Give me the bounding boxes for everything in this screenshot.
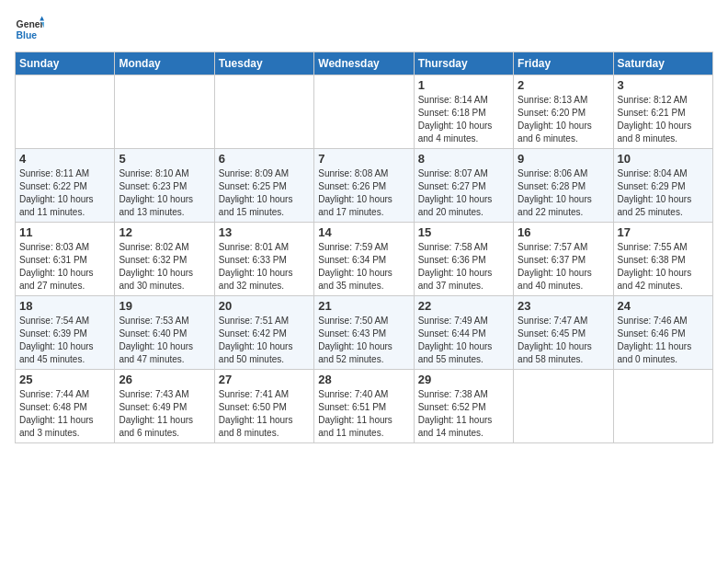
day-of-week-header: Sunday bbox=[16, 52, 115, 75]
day-info: Sunrise: 7:55 AM Sunset: 6:38 PM Dayligh… bbox=[618, 241, 709, 293]
calendar-day-cell: 29Sunrise: 7:38 AM Sunset: 6:52 PM Dayli… bbox=[414, 370, 513, 443]
day-info: Sunrise: 7:57 AM Sunset: 6:37 PM Dayligh… bbox=[518, 241, 609, 293]
day-number: 28 bbox=[318, 373, 409, 386]
day-number: 10 bbox=[618, 152, 709, 166]
svg-text:Blue: Blue bbox=[17, 30, 38, 40]
day-info: Sunrise: 7:51 AM Sunset: 6:42 PM Dayligh… bbox=[219, 315, 310, 366]
calendar-week-row: 11Sunrise: 8:03 AM Sunset: 6:31 PM Dayli… bbox=[16, 223, 713, 296]
day-number: 4 bbox=[19, 152, 110, 166]
day-info: Sunrise: 7:58 AM Sunset: 6:36 PM Dayligh… bbox=[418, 241, 509, 293]
calendar-day-cell: 7Sunrise: 8:08 AM Sunset: 6:26 PM Daylig… bbox=[314, 149, 414, 223]
calendar-day-cell: 8Sunrise: 8:07 AM Sunset: 6:27 PM Daylig… bbox=[414, 149, 513, 223]
day-info: Sunrise: 7:38 AM Sunset: 6:52 PM Dayligh… bbox=[418, 388, 509, 440]
day-number: 24 bbox=[618, 299, 709, 313]
calendar-day-cell: 3Sunrise: 8:12 AM Sunset: 6:21 PM Daylig… bbox=[613, 75, 712, 149]
page-header: General Blue bbox=[15, 15, 713, 44]
day-info: Sunrise: 7:49 AM Sunset: 6:44 PM Dayligh… bbox=[418, 315, 509, 366]
day-of-week-header: Friday bbox=[514, 52, 613, 75]
day-info: Sunrise: 8:14 AM Sunset: 6:18 PM Dayligh… bbox=[418, 94, 509, 145]
day-info: Sunrise: 8:09 AM Sunset: 6:25 PM Dayligh… bbox=[219, 167, 310, 219]
calendar-header-row: SundayMondayTuesdayWednesdayThursdayFrid… bbox=[16, 52, 713, 75]
day-info: Sunrise: 8:07 AM Sunset: 6:27 PM Dayligh… bbox=[418, 167, 509, 219]
day-info: Sunrise: 8:02 AM Sunset: 6:32 PM Dayligh… bbox=[119, 241, 210, 293]
day-number: 5 bbox=[119, 152, 210, 166]
calendar-day-cell bbox=[16, 75, 115, 149]
calendar-week-row: 1Sunrise: 8:14 AM Sunset: 6:18 PM Daylig… bbox=[16, 75, 713, 149]
calendar-day-cell: 18Sunrise: 7:54 AM Sunset: 6:39 PM Dayli… bbox=[16, 296, 115, 370]
calendar-day-cell: 10Sunrise: 8:04 AM Sunset: 6:29 PM Dayli… bbox=[613, 149, 712, 223]
day-number: 25 bbox=[19, 373, 110, 386]
day-number: 8 bbox=[418, 152, 509, 166]
calendar-week-row: 4Sunrise: 8:11 AM Sunset: 6:22 PM Daylig… bbox=[16, 149, 713, 223]
calendar-day-cell bbox=[613, 370, 712, 443]
day-info: Sunrise: 7:46 AM Sunset: 6:46 PM Dayligh… bbox=[618, 315, 709, 366]
calendar-day-cell: 20Sunrise: 7:51 AM Sunset: 6:42 PM Dayli… bbox=[214, 296, 313, 370]
day-info: Sunrise: 8:08 AM Sunset: 6:26 PM Dayligh… bbox=[318, 167, 409, 219]
calendar-day-cell: 23Sunrise: 7:47 AM Sunset: 6:45 PM Dayli… bbox=[514, 296, 613, 370]
day-info: Sunrise: 7:44 AM Sunset: 6:48 PM Dayligh… bbox=[19, 388, 110, 440]
day-info: Sunrise: 8:12 AM Sunset: 6:21 PM Dayligh… bbox=[618, 94, 709, 145]
day-number: 13 bbox=[219, 225, 310, 239]
day-number: 11 bbox=[19, 225, 110, 239]
day-number: 9 bbox=[518, 152, 609, 166]
day-number: 12 bbox=[119, 225, 210, 239]
day-of-week-header: Monday bbox=[115, 52, 214, 75]
calendar-day-cell: 12Sunrise: 8:02 AM Sunset: 6:32 PM Dayli… bbox=[115, 223, 214, 296]
calendar-day-cell: 16Sunrise: 7:57 AM Sunset: 6:37 PM Dayli… bbox=[514, 223, 613, 296]
calendar-day-cell: 5Sunrise: 8:10 AM Sunset: 6:23 PM Daylig… bbox=[115, 149, 214, 223]
day-number: 7 bbox=[318, 152, 409, 166]
day-of-week-header: Saturday bbox=[613, 52, 712, 75]
day-number: 1 bbox=[418, 78, 509, 92]
calendar-day-cell: 22Sunrise: 7:49 AM Sunset: 6:44 PM Dayli… bbox=[414, 296, 513, 370]
day-number: 21 bbox=[318, 299, 409, 313]
day-of-week-header: Tuesday bbox=[214, 52, 313, 75]
day-info: Sunrise: 8:13 AM Sunset: 6:20 PM Dayligh… bbox=[518, 94, 609, 145]
day-of-week-header: Wednesday bbox=[314, 52, 414, 75]
calendar-day-cell: 14Sunrise: 7:59 AM Sunset: 6:34 PM Dayli… bbox=[314, 223, 414, 296]
svg-marker-2 bbox=[40, 17, 44, 21]
day-number: 3 bbox=[618, 78, 709, 92]
calendar-day-cell: 21Sunrise: 7:50 AM Sunset: 6:43 PM Dayli… bbox=[314, 296, 414, 370]
day-of-week-header: Thursday bbox=[414, 52, 513, 75]
logo-icon: General Blue bbox=[15, 15, 44, 44]
calendar-week-row: 18Sunrise: 7:54 AM Sunset: 6:39 PM Dayli… bbox=[16, 296, 713, 370]
svg-text:General: General bbox=[17, 19, 44, 29]
calendar-day-cell bbox=[314, 75, 414, 149]
day-number: 17 bbox=[618, 225, 709, 239]
calendar-day-cell: 4Sunrise: 8:11 AM Sunset: 6:22 PM Daylig… bbox=[16, 149, 115, 223]
day-info: Sunrise: 7:43 AM Sunset: 6:49 PM Dayligh… bbox=[119, 388, 210, 440]
day-number: 14 bbox=[318, 225, 409, 239]
day-number: 22 bbox=[418, 299, 509, 313]
day-number: 29 bbox=[418, 373, 509, 386]
calendar-table: SundayMondayTuesdayWednesdayThursdayFrid… bbox=[15, 52, 713, 443]
day-number: 20 bbox=[219, 299, 310, 313]
day-number: 27 bbox=[219, 373, 310, 386]
calendar-day-cell bbox=[214, 75, 313, 149]
day-info: Sunrise: 8:11 AM Sunset: 6:22 PM Dayligh… bbox=[19, 167, 110, 219]
day-number: 2 bbox=[518, 78, 609, 92]
calendar-day-cell: 2Sunrise: 8:13 AM Sunset: 6:20 PM Daylig… bbox=[514, 75, 613, 149]
calendar-day-cell: 9Sunrise: 8:06 AM Sunset: 6:28 PM Daylig… bbox=[514, 149, 613, 223]
day-number: 18 bbox=[19, 299, 110, 313]
calendar-day-cell: 24Sunrise: 7:46 AM Sunset: 6:46 PM Dayli… bbox=[613, 296, 712, 370]
calendar-day-cell: 6Sunrise: 8:09 AM Sunset: 6:25 PM Daylig… bbox=[214, 149, 313, 223]
day-number: 6 bbox=[219, 152, 310, 166]
calendar-day-cell: 13Sunrise: 8:01 AM Sunset: 6:33 PM Dayli… bbox=[214, 223, 313, 296]
day-info: Sunrise: 8:10 AM Sunset: 6:23 PM Dayligh… bbox=[119, 167, 210, 219]
calendar-day-cell: 27Sunrise: 7:41 AM Sunset: 6:50 PM Dayli… bbox=[214, 370, 313, 443]
day-number: 15 bbox=[418, 225, 509, 239]
calendar-day-cell: 11Sunrise: 8:03 AM Sunset: 6:31 PM Dayli… bbox=[16, 223, 115, 296]
calendar-day-cell bbox=[514, 370, 613, 443]
day-number: 26 bbox=[119, 373, 210, 386]
calendar-day-cell: 28Sunrise: 7:40 AM Sunset: 6:51 PM Dayli… bbox=[314, 370, 414, 443]
logo: General Blue bbox=[15, 15, 44, 44]
day-info: Sunrise: 8:01 AM Sunset: 6:33 PM Dayligh… bbox=[219, 241, 310, 293]
day-info: Sunrise: 7:40 AM Sunset: 6:51 PM Dayligh… bbox=[318, 388, 409, 440]
calendar-day-cell: 15Sunrise: 7:58 AM Sunset: 6:36 PM Dayli… bbox=[414, 223, 513, 296]
calendar-day-cell: 1Sunrise: 8:14 AM Sunset: 6:18 PM Daylig… bbox=[414, 75, 513, 149]
day-info: Sunrise: 7:53 AM Sunset: 6:40 PM Dayligh… bbox=[119, 315, 210, 366]
day-number: 19 bbox=[119, 299, 210, 313]
day-info: Sunrise: 7:50 AM Sunset: 6:43 PM Dayligh… bbox=[318, 315, 409, 366]
day-info: Sunrise: 7:54 AM Sunset: 6:39 PM Dayligh… bbox=[19, 315, 110, 366]
calendar-day-cell: 17Sunrise: 7:55 AM Sunset: 6:38 PM Dayli… bbox=[613, 223, 712, 296]
